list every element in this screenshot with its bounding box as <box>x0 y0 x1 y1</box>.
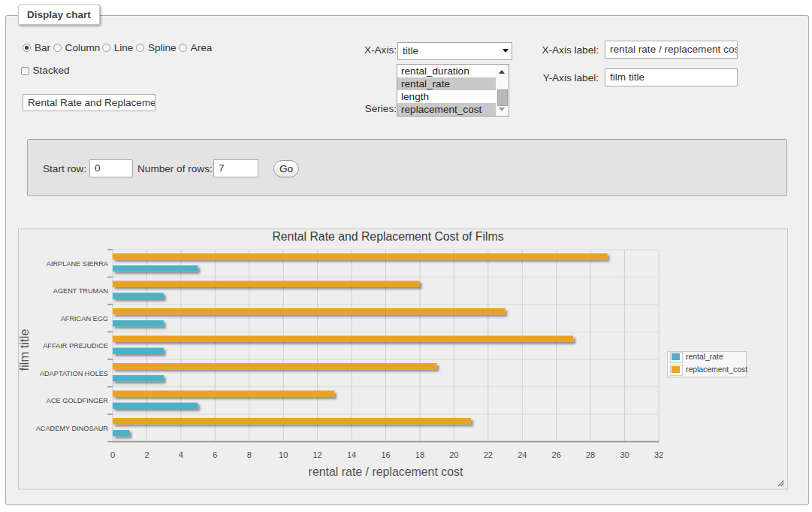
svg-text:28: 28 <box>586 450 595 459</box>
svg-text:18: 18 <box>415 450 424 459</box>
svg-text:12: 12 <box>313 450 322 459</box>
svg-text:4: 4 <box>179 450 183 459</box>
svg-text:10: 10 <box>279 450 288 459</box>
svg-text:Rental Rate and Replacement Co: Rental Rate and Replacement Cost of Film… <box>272 230 503 243</box>
svg-text:14: 14 <box>347 450 356 459</box>
svg-text:AFFAIR PREJUDICE: AFFAIR PREJUDICE <box>43 342 108 350</box>
svg-text:0: 0 <box>110 450 115 459</box>
svg-text:AIRPLANE SIERRA: AIRPLANE SIERRA <box>47 260 109 268</box>
svg-text:ACE GOLDFINGER: ACE GOLDFINGER <box>47 397 109 404</box>
svg-text:film title: film title <box>19 329 31 371</box>
svg-text:26: 26 <box>552 450 561 459</box>
svg-text:ADAPTATION HOLES: ADAPTATION HOLES <box>40 370 108 377</box>
svg-text:6: 6 <box>213 450 217 459</box>
svg-text:8: 8 <box>247 450 252 459</box>
svg-text:30: 30 <box>620 450 629 459</box>
svg-text:16: 16 <box>381 450 390 459</box>
svg-text:AFRICAN EGG: AFRICAN EGG <box>61 315 108 323</box>
svg-text:rental rate / replacement cost: rental rate / replacement cost <box>309 465 463 478</box>
svg-text:20: 20 <box>449 450 458 459</box>
svg-text:AGENT TRUMAN: AGENT TRUMAN <box>53 287 108 295</box>
svg-text:32: 32 <box>654 450 663 459</box>
svg-text:ACADEMY DINOSAUR: ACADEMY DINOSAUR <box>36 425 109 432</box>
svg-text:22: 22 <box>484 450 493 459</box>
svg-text:24: 24 <box>518 450 527 459</box>
svg-text:2: 2 <box>144 450 149 459</box>
